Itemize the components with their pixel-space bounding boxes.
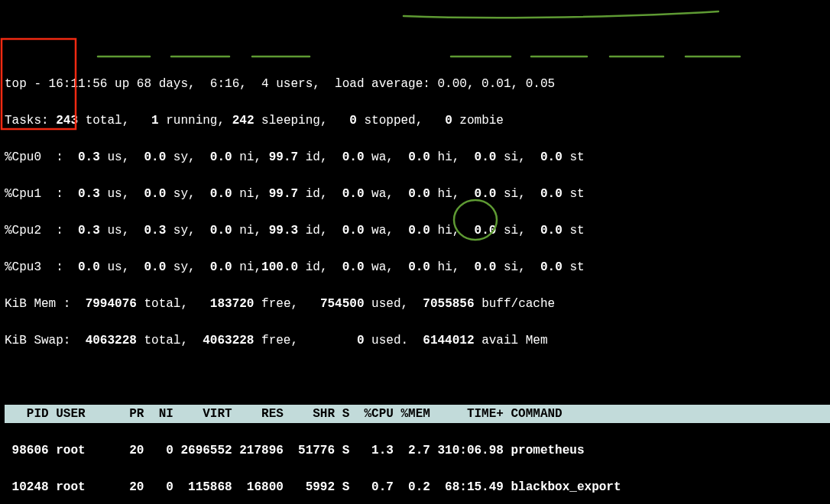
summary-line-tasks: Tasks: 243 total, 1 running, 242 sleepin… xyxy=(5,114,504,128)
process-row: 10248 root 20 0 115868 16800 5992 S 0.7 … xyxy=(5,478,830,496)
process-row: 98606 root 20 0 2696552 217896 51776 S 1… xyxy=(5,441,830,460)
annotation-underline-loadavg xyxy=(404,11,718,18)
cpu-line-2: %Cpu2 : 0.3 us, 0.3 sy, 0.0 ni, 99.3 id,… xyxy=(5,224,585,237)
process-table-header: PID USER PR NI VIRT RES SHR S %CPU %MEM … xyxy=(5,405,830,423)
mem-line: KiB Mem : 7994076 total, 183720 free, 75… xyxy=(5,297,555,311)
cpu-line-3: %Cpu3 : 0.0 us, 0.0 sy, 0.0 ni,100.0 id,… xyxy=(5,260,585,274)
cpu-line-0: %Cpu0 : 0.3 us, 0.0 sy, 0.0 ni, 99.7 id,… xyxy=(5,150,585,164)
cpu-line-1: %Cpu1 : 0.3 us, 0.0 sy, 0.0 ni, 99.7 id,… xyxy=(5,187,585,201)
swap-line: KiB Swap: 4063228 total, 4063228 free, 0… xyxy=(5,334,555,347)
summary-line-uptime: top - 16:11:56 up 68 days, 6:16, 4 users… xyxy=(5,77,555,91)
